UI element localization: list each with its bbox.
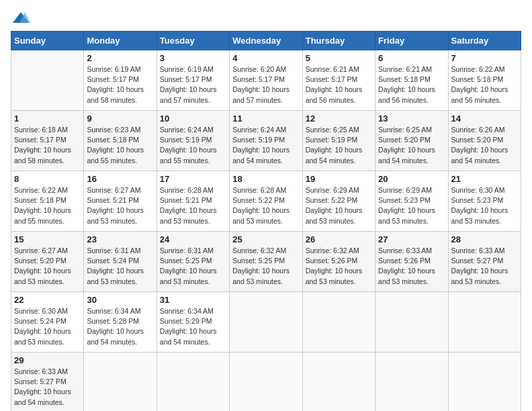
day-number: 16 <box>87 174 153 184</box>
day-number: 8 <box>14 174 81 184</box>
calendar-cell: 25 Sunrise: 6:32 AMSunset: 5:25 PMDaylig… <box>230 232 302 292</box>
day-info: Sunrise: 6:25 AMSunset: 5:19 PMDaylight:… <box>306 126 363 165</box>
day-number: 21 <box>451 174 518 184</box>
day-number: 15 <box>14 234 81 244</box>
calendar-cell: 18 Sunrise: 6:28 AMSunset: 5:22 PMDaylig… <box>230 171 302 232</box>
calendar-cell: 19 Sunrise: 6:29 AMSunset: 5:22 PMDaylig… <box>302 171 375 232</box>
day-info: Sunrise: 6:30 AMSunset: 5:24 PMDaylight:… <box>14 307 71 346</box>
calendar-cell <box>11 50 84 111</box>
day-number: 14 <box>451 113 518 124</box>
calendar-cell: 16 Sunrise: 6:27 AMSunset: 5:21 PMDaylig… <box>84 171 157 232</box>
day-of-week-header: Wednesday <box>230 32 302 50</box>
calendar-row: 1 Sunrise: 6:18 AMSunset: 5:17 PMDayligh… <box>11 111 521 171</box>
calendar-row: 22 Sunrise: 6:30 AMSunset: 5:24 PMDaylig… <box>11 292 521 353</box>
calendar-cell: 9 Sunrise: 6:23 AMSunset: 5:18 PMDayligh… <box>84 111 157 171</box>
day-info: Sunrise: 6:22 AMSunset: 5:18 PMDaylight:… <box>451 65 508 104</box>
day-number: 30 <box>87 295 153 305</box>
day-number: 5 <box>306 53 372 63</box>
calendar-cell: 17 Sunrise: 6:28 AMSunset: 5:21 PMDaylig… <box>157 171 229 232</box>
day-info: Sunrise: 6:31 AMSunset: 5:25 PMDaylight:… <box>160 246 217 285</box>
calendar-cell: 8 Sunrise: 6:22 AMSunset: 5:18 PMDayligh… <box>11 171 84 232</box>
day-info: Sunrise: 6:28 AMSunset: 5:22 PMDaylight:… <box>232 186 290 225</box>
calendar-cell <box>302 353 375 412</box>
day-number: 17 <box>160 174 226 184</box>
day-info: Sunrise: 6:32 AMSunset: 5:26 PMDaylight:… <box>306 246 363 285</box>
day-info: Sunrise: 6:34 AMSunset: 5:28 PMDaylight:… <box>87 307 144 346</box>
day-number: 11 <box>232 113 299 124</box>
calendar-cell: 30 Sunrise: 6:34 AMSunset: 5:28 PMDaylig… <box>84 292 157 353</box>
day-number: 27 <box>378 234 445 244</box>
calendar-cell: 1 Sunrise: 6:18 AMSunset: 5:17 PMDayligh… <box>11 111 84 171</box>
day-info: Sunrise: 6:19 AMSunset: 5:17 PMDaylight:… <box>87 65 144 104</box>
day-number: 22 <box>14 295 81 305</box>
day-info: Sunrise: 6:30 AMSunset: 5:23 PMDaylight:… <box>451 186 508 225</box>
day-info: Sunrise: 6:29 AMSunset: 5:23 PMDaylight:… <box>378 186 435 225</box>
day-info: Sunrise: 6:28 AMSunset: 5:21 PMDaylight:… <box>160 186 217 225</box>
day-number: 10 <box>160 113 226 124</box>
day-info: Sunrise: 6:20 AMSunset: 5:17 PMDaylight:… <box>232 65 290 104</box>
day-of-week-header: Tuesday <box>157 32 229 50</box>
calendar-cell: 2 Sunrise: 6:19 AMSunset: 5:17 PMDayligh… <box>84 50 157 111</box>
logo-icon <box>11 11 30 26</box>
day-info: Sunrise: 6:27 AMSunset: 5:20 PMDaylight:… <box>14 246 71 285</box>
calendar-cell <box>375 292 448 353</box>
day-info: Sunrise: 6:33 AMSunset: 5:26 PMDaylight:… <box>378 246 435 285</box>
day-info: Sunrise: 6:19 AMSunset: 5:17 PMDaylight:… <box>160 65 217 104</box>
day-info: Sunrise: 6:25 AMSunset: 5:20 PMDaylight:… <box>378 126 435 165</box>
day-number: 9 <box>87 113 153 124</box>
calendar-cell: 5 Sunrise: 6:21 AMSunset: 5:17 PMDayligh… <box>302 50 375 111</box>
calendar-cell: 21 Sunrise: 6:30 AMSunset: 5:23 PMDaylig… <box>448 171 521 232</box>
calendar-cell: 27 Sunrise: 6:33 AMSunset: 5:26 PMDaylig… <box>375 232 448 292</box>
calendar-row: 15 Sunrise: 6:27 AMSunset: 5:20 PMDaylig… <box>11 232 521 292</box>
day-number: 3 <box>160 53 226 63</box>
day-info: Sunrise: 6:32 AMSunset: 5:25 PMDaylight:… <box>232 246 290 285</box>
calendar-cell: 13 Sunrise: 6:25 AMSunset: 5:20 PMDaylig… <box>375 111 448 171</box>
day-info: Sunrise: 6:27 AMSunset: 5:21 PMDaylight:… <box>87 186 144 225</box>
day-number: 26 <box>306 234 372 244</box>
calendar-table: SundayMondayTuesdayWednesdayThursdayFrid… <box>11 31 521 411</box>
calendar-cell: 3 Sunrise: 6:19 AMSunset: 5:17 PMDayligh… <box>157 50 229 111</box>
calendar-cell: 7 Sunrise: 6:22 AMSunset: 5:18 PMDayligh… <box>448 50 521 111</box>
day-number: 29 <box>14 355 81 365</box>
day-info: Sunrise: 6:31 AMSunset: 5:24 PMDaylight:… <box>87 246 144 285</box>
day-info: Sunrise: 6:33 AMSunset: 5:27 PMDaylight:… <box>14 367 71 406</box>
calendar-cell: 24 Sunrise: 6:31 AMSunset: 5:25 PMDaylig… <box>157 232 229 292</box>
day-info: Sunrise: 6:24 AMSunset: 5:19 PMDaylight:… <box>232 126 290 165</box>
calendar-cell: 28 Sunrise: 6:33 AMSunset: 5:27 PMDaylig… <box>448 232 521 292</box>
calendar-cell: 10 Sunrise: 6:24 AMSunset: 5:19 PMDaylig… <box>157 111 229 171</box>
day-number: 12 <box>306 113 372 124</box>
day-of-week-header: Saturday <box>448 32 521 50</box>
calendar-cell: 14 Sunrise: 6:26 AMSunset: 5:20 PMDaylig… <box>448 111 521 171</box>
day-number: 2 <box>87 53 153 63</box>
day-info: Sunrise: 6:34 AMSunset: 5:29 PMDaylight:… <box>160 307 217 346</box>
calendar-cell: 22 Sunrise: 6:30 AMSunset: 5:24 PMDaylig… <box>11 292 84 353</box>
day-info: Sunrise: 6:29 AMSunset: 5:22 PMDaylight:… <box>306 186 363 225</box>
calendar-cell <box>448 353 521 412</box>
day-of-week-header: Friday <box>375 32 448 50</box>
day-number: 20 <box>378 174 445 184</box>
day-info: Sunrise: 6:24 AMSunset: 5:19 PMDaylight:… <box>160 126 217 165</box>
page-header <box>11 11 521 26</box>
calendar-cell <box>84 353 157 412</box>
calendar-cell: 4 Sunrise: 6:20 AMSunset: 5:17 PMDayligh… <box>230 50 302 111</box>
day-info: Sunrise: 6:33 AMSunset: 5:27 PMDaylight:… <box>451 246 508 285</box>
day-number: 19 <box>306 174 372 184</box>
day-number: 24 <box>160 234 226 244</box>
day-number: 18 <box>232 174 299 184</box>
day-number: 25 <box>232 234 299 244</box>
day-number: 4 <box>232 53 299 63</box>
day-of-week-header: Thursday <box>302 32 375 50</box>
day-number: 6 <box>378 53 445 63</box>
calendar-cell: 11 Sunrise: 6:24 AMSunset: 5:19 PMDaylig… <box>230 111 302 171</box>
calendar-cell <box>230 292 302 353</box>
calendar-cell: 15 Sunrise: 6:27 AMSunset: 5:20 PMDaylig… <box>11 232 84 292</box>
calendar-cell: 12 Sunrise: 6:25 AMSunset: 5:19 PMDaylig… <box>302 111 375 171</box>
calendar-cell <box>157 353 229 412</box>
calendar-cell: 31 Sunrise: 6:34 AMSunset: 5:29 PMDaylig… <box>157 292 229 353</box>
calendar-cell: 29 Sunrise: 6:33 AMSunset: 5:27 PMDaylig… <box>11 353 84 412</box>
calendar-cell <box>448 292 521 353</box>
calendar-row: 8 Sunrise: 6:22 AMSunset: 5:18 PMDayligh… <box>11 171 521 232</box>
day-number: 28 <box>451 234 518 244</box>
calendar-cell: 6 Sunrise: 6:21 AMSunset: 5:18 PMDayligh… <box>375 50 448 111</box>
day-number: 1 <box>14 113 81 124</box>
